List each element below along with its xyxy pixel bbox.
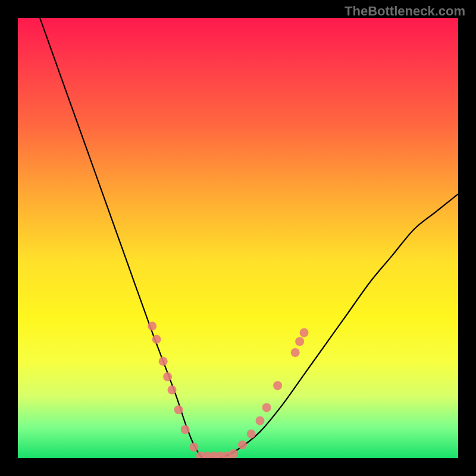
plot-area [18, 18, 458, 458]
curve-dot [295, 337, 304, 346]
curve-dot [181, 425, 190, 434]
attribution-label: TheBottleneck.com [345, 4, 465, 19]
curve-dot [168, 386, 177, 394]
bottleneck-curve-svg [18, 18, 458, 458]
curve-dot [148, 322, 156, 331]
curve-dot [262, 403, 271, 412]
curve-dot [256, 416, 265, 425]
curve-dot [163, 372, 172, 381]
curve-dots-group [148, 322, 308, 459]
curve-dot [159, 357, 168, 366]
curve-dot [273, 381, 282, 390]
curve-dot [291, 348, 300, 357]
curve-dot [174, 405, 183, 414]
chart-frame: TheBottleneck.com [0, 0, 476, 476]
curve-dot [229, 449, 238, 458]
curve-dot [247, 430, 256, 439]
curve-dot [300, 328, 309, 337]
curve-dot [190, 443, 199, 452]
curve-dot [152, 335, 161, 344]
bottleneck-curve [40, 18, 458, 458]
curve-dot [238, 440, 247, 449]
